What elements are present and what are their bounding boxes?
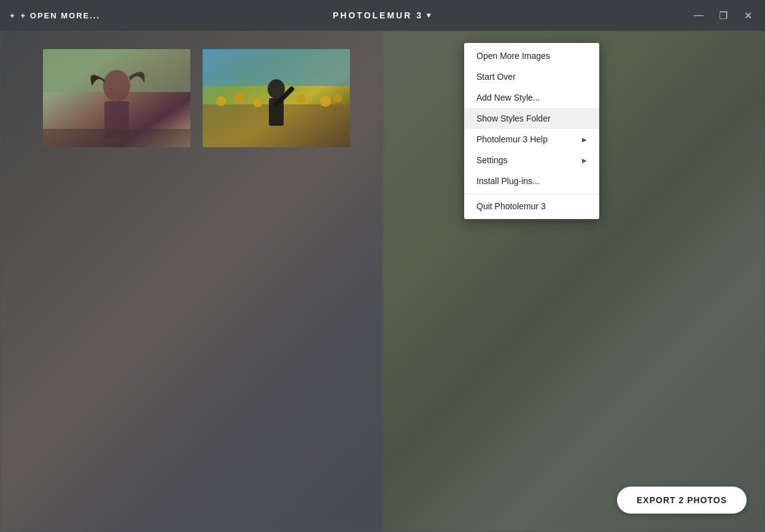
dropdown-arrow-icon: ▾ — [427, 11, 432, 20]
plus-icon: + — [10, 11, 16, 20]
thumbnail-grid — [43, 49, 350, 147]
open-more-button[interactable]: + + OPEN MORE... — [10, 11, 100, 20]
list-item[interactable] — [43, 49, 190, 147]
list-item[interactable] — [203, 49, 350, 147]
titlebar: + + OPEN MORE... PHOTOLEMUR 3 ▾ — ❐ ✕ — [0, 0, 765, 31]
menu-item-start-over[interactable]: Start Over — [464, 66, 599, 87]
minimize-button[interactable]: — — [691, 8, 706, 23]
menu-item-photolemur-help[interactable]: Photolemur 3 Help ▶ — [464, 129, 599, 150]
menu-item-label: Photolemur 3 Help — [476, 134, 548, 144]
menu-item-add-new-style[interactable]: Add New Style... — [464, 87, 599, 108]
main-content: Open More Images Start Over Add New Styl… — [0, 31, 765, 532]
photo-thumbnail-1[interactable] — [43, 49, 190, 147]
close-button[interactable]: ✕ — [740, 8, 755, 23]
open-more-label: + OPEN MORE... — [21, 11, 101, 20]
maximize-button[interactable]: ❐ — [716, 8, 731, 23]
menu-item-install-plugins[interactable]: Install Plug-ins... — [464, 171, 599, 191]
svg-point-10 — [254, 99, 262, 107]
menu-item-open-more-images[interactable]: Open More Images — [464, 45, 599, 66]
dropdown-menu: Open More Images Start Over Add New Styl… — [464, 43, 599, 219]
svg-point-2 — [103, 70, 130, 102]
menu-item-settings[interactable]: Settings ▶ — [464, 150, 599, 171]
window-controls: — ❐ ✕ — [691, 8, 755, 23]
menu-item-quit[interactable]: Quit Photolemur 3 — [464, 196, 599, 217]
svg-point-13 — [333, 94, 342, 102]
menu-item-label: Start Over — [476, 72, 516, 82]
export-button[interactable]: EXPORT 2 PHOTOS — [617, 487, 747, 514]
submenu-arrow-icon: ▶ — [582, 136, 587, 143]
menu-separator — [464, 193, 599, 194]
menu-item-label: Open More Images — [476, 51, 550, 61]
app-title-text: PHOTOLEMUR 3 — [333, 10, 423, 20]
menu-item-label: Add New Style... — [476, 93, 540, 102]
menu-item-label: Settings — [476, 155, 508, 165]
menu-item-show-styles-folder[interactable]: Show Styles Folder — [464, 108, 599, 129]
photo-thumbnail-2[interactable] — [203, 49, 350, 147]
menu-item-label: Quit Photolemur 3 — [476, 201, 546, 211]
submenu-arrow-icon: ▶ — [582, 157, 587, 164]
app-title[interactable]: PHOTOLEMUR 3 ▾ — [333, 10, 432, 20]
svg-point-9 — [234, 93, 245, 104]
svg-point-11 — [296, 94, 306, 104]
svg-rect-4 — [43, 129, 190, 147]
svg-point-12 — [320, 96, 331, 107]
menu-item-label: Install Plug-ins... — [476, 176, 540, 186]
menu-item-label: Show Styles Folder — [476, 114, 551, 123]
svg-point-8 — [216, 96, 226, 106]
